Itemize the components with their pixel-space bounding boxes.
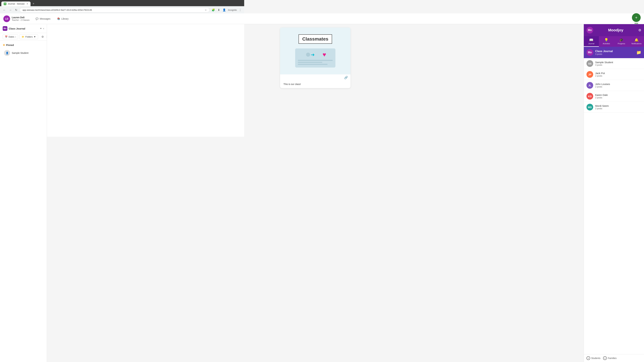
calendar-icon: 📅 [5, 35, 8, 38]
nav-bar: ← → ↻ app.seesaw.me/#/class/class.e01bf4… [0, 6, 244, 14]
sample-student-avatar: 👤 [4, 50, 10, 56]
filter-toolbar: 📅 Dates › 📁 Folders ▼ ⚙ ☰ ⊞ [0, 33, 47, 41]
tab-title: Journal - Seesaw [8, 2, 24, 5]
journal-header: Mo Class Journal ▼ ‹ [0, 24, 47, 33]
list-view-button[interactable]: ☰ [46, 34, 47, 39]
left-sidebar: Mo Class Journal ▼ ‹ 📅 Dates › 📁 Folders… [0, 24, 47, 137]
incognito-label: Incognito [228, 9, 237, 11]
active-tab[interactable]: S Journal - Seesaw ✕ [1, 1, 30, 6]
user-name: Lauren Deli [12, 16, 30, 19]
prev-arrow[interactable]: ‹ [43, 27, 44, 30]
library-button[interactable]: 📚 Library [54, 16, 71, 21]
journal-icon: Mo [3, 26, 8, 31]
nav-actions: 🧩 ⬇ 👤 Incognito ⋮ [211, 8, 242, 12]
top-nav: 💬 Messages 📚 Library [33, 16, 71, 21]
new-tab-button[interactable]: + [31, 1, 36, 6]
pinned-student-item[interactable]: 👤 Sample Student [3, 49, 44, 57]
folder-icon: 📁 [22, 35, 24, 38]
tab-bar: S Journal - Seesaw ✕ + [0, 0, 244, 6]
bookmark-icon[interactable]: ☆ [205, 9, 207, 11]
dates-chevron: › [15, 35, 16, 38]
messages-button[interactable]: 💬 Messages [33, 16, 53, 21]
browser-chrome: S Journal - Seesaw ✕ + ← → ↻ app.seesaw.… [0, 0, 244, 14]
messages-label: Messages [40, 17, 50, 20]
reload-button[interactable]: ↻ [14, 8, 18, 12]
dates-filter[interactable]: 📅 Dates › [3, 34, 18, 39]
close-tab-button[interactable]: ✕ [26, 3, 28, 5]
tab-favicon: S [4, 2, 6, 5]
user-info: Lauren Deli Teacher - 2 Classes [12, 16, 30, 22]
downloads-button[interactable]: ⬇ [217, 8, 220, 12]
user-role: Teacher - 2 Classes [12, 19, 30, 22]
menu-button[interactable]: ⋮ [238, 8, 242, 12]
folders-filter[interactable]: 📁 Folders ▼ [20, 34, 38, 39]
app: LD Lauren Deli Teacher - 2 Classes 💬 Mes… [0, 14, 244, 137]
filter-icon-button[interactable]: ⚙ [41, 34, 44, 39]
address-bar[interactable]: app.seesaw.me/#/class/class.e01bf4c2-9a2… [20, 7, 210, 12]
chevron-down-icon: ▼ [40, 27, 42, 30]
forward-button[interactable]: → [8, 8, 13, 12]
user-profile[interactable]: LD Lauren Deli Teacher - 2 Classes [3, 15, 30, 22]
extensions-button[interactable]: 🧩 [211, 8, 216, 12]
folders-chevron: ▼ [34, 35, 36, 38]
library-label: Library [62, 17, 68, 20]
messages-icon: 💬 [36, 17, 38, 20]
pinned-label: ★ Pinned [3, 43, 44, 46]
sample-student-name: Sample Student [12, 52, 28, 54]
journal-title: Class Journal [9, 27, 38, 30]
main-area: Mo Class Journal ▼ ‹ 📅 Dates › 📁 Folders… [0, 24, 244, 137]
address-text: app.seesaw.me/#/class/class.e01bf4c2-9a2… [22, 9, 204, 11]
star-icon: ★ [3, 43, 5, 46]
avatar-initials: LD [5, 17, 8, 20]
library-icon: 📚 [57, 17, 60, 20]
profile-button[interactable]: 👤 [222, 8, 226, 12]
avatar: LD [3, 15, 10, 22]
center-content: Classmates ➜ ♥ [47, 24, 244, 137]
back-button[interactable]: ← [2, 8, 7, 12]
pinned-section: ★ Pinned 👤 Sample Student [0, 41, 47, 60]
